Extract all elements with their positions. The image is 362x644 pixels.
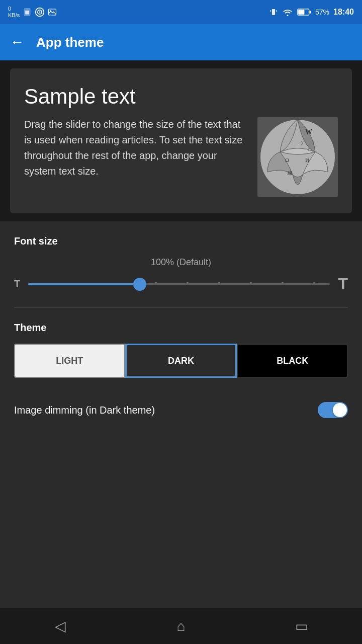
svg-text:И: И	[305, 157, 309, 163]
home-nav-icon: ⌂	[177, 618, 186, 634]
font-size-slider-row: T T	[14, 275, 348, 293]
status-left: 0KB/s	[8, 6, 57, 19]
theme-buttons: LIGHT DARK BLACK	[14, 344, 348, 378]
theme-black-button[interactable]: BLACK	[237, 344, 348, 378]
preview-body-text: Drag the slider to change the size of th…	[24, 117, 247, 179]
image-dimming-row: Image dimming (in Dark theme)	[14, 392, 348, 428]
wikipedia-globe-image: W Ω И 維 ヴ i 7	[257, 117, 338, 197]
svg-text:Ω: Ω	[285, 157, 289, 163]
slider-track	[28, 283, 330, 285]
theme-section: Theme LIGHT DARK BLACK	[14, 322, 348, 378]
battery-icon	[297, 8, 311, 16]
tick-4	[250, 282, 252, 284]
svg-rect-1	[25, 11, 29, 15]
svg-text:維: 維	[287, 170, 293, 176]
sim-icon	[23, 8, 32, 17]
image-dimming-toggle[interactable]	[318, 402, 348, 418]
back-nav-icon: ◁	[55, 618, 66, 634]
recents-nav-icon: ▭	[295, 618, 308, 634]
top-bar: ← App theme	[0, 24, 362, 60]
image-icon	[48, 8, 57, 17]
font-size-label: Font size	[14, 235, 348, 247]
preview-body-row: Drag the slider to change the size of th…	[24, 117, 338, 197]
nav-back-button[interactable]: ◁	[45, 611, 75, 641]
tick-1	[155, 282, 157, 284]
preview-card: Sample text Drag the slider to change th…	[10, 68, 352, 213]
svg-text:ヴ: ヴ	[299, 140, 304, 145]
svg-rect-13	[298, 10, 304, 15]
network-speed: 0KB/s	[8, 6, 20, 19]
bottom-nav: ◁ ⌂ ▭	[0, 608, 362, 644]
tick-3	[218, 282, 220, 284]
slider-ticks	[140, 282, 330, 284]
nav-recents-button[interactable]: ▭	[287, 611, 317, 641]
svg-rect-9	[276, 10, 277, 12]
large-t-label: T	[338, 275, 348, 293]
sample-text-title: Sample text	[24, 85, 338, 109]
content-area: Font size 100% (Default) T	[0, 221, 362, 608]
theme-label: Theme	[14, 322, 348, 334]
svg-text:7: 7	[308, 147, 310, 152]
wifi-icon	[282, 8, 293, 17]
tick-2	[187, 282, 189, 284]
slider-thumb[interactable]	[133, 278, 146, 291]
back-button[interactable]: ←	[10, 34, 24, 50]
tick-6	[313, 282, 315, 284]
svg-text:W: W	[305, 128, 312, 136]
small-t-label: T	[14, 278, 20, 290]
font-size-slider[interactable]	[28, 276, 330, 292]
tick-5	[282, 282, 284, 284]
vibrate-icon	[269, 8, 278, 17]
slider-fill	[28, 283, 140, 285]
svg-rect-12	[310, 11, 311, 13]
status-right: 57% 18:40	[269, 8, 354, 17]
font-size-section: Font size 100% (Default) T	[14, 235, 348, 293]
theme-light-button[interactable]: LIGHT	[14, 344, 125, 378]
svg-rect-7	[272, 9, 275, 15]
svg-point-4	[39, 12, 41, 13]
divider-1	[14, 307, 348, 308]
svg-rect-8	[270, 10, 271, 12]
music-icon	[35, 7, 45, 17]
battery-percent: 57%	[315, 8, 329, 16]
toggle-thumb	[333, 403, 347, 417]
time: 18:40	[333, 8, 354, 17]
nav-home-button[interactable]: ⌂	[166, 611, 196, 641]
svg-point-10	[287, 15, 289, 16]
theme-dark-button[interactable]: DARK	[125, 344, 237, 378]
font-size-value: 100% (Default)	[14, 257, 348, 268]
image-dimming-label: Image dimming (in Dark theme)	[14, 405, 155, 416]
status-bar: 0KB/s 57% 18:40	[0, 0, 362, 24]
page-title: App theme	[36, 35, 104, 50]
